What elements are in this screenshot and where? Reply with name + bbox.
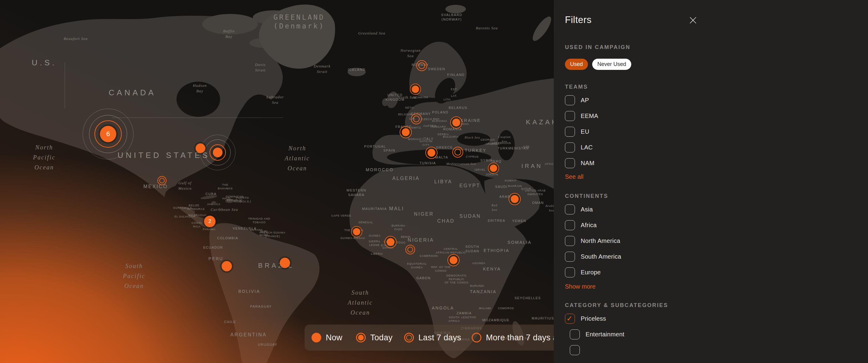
team-checkbox-nam[interactable]: NAM [565, 158, 868, 168]
marker-ring [159, 178, 165, 183]
checkbox [565, 204, 575, 214]
marker-ring [406, 335, 412, 341]
legend-item-today: Today [355, 325, 393, 351]
marker-core [358, 335, 364, 341]
marker-core [195, 143, 205, 153]
checkbox-label: Asia [581, 206, 593, 213]
legend-label: Now [326, 333, 342, 342]
marker-ring [472, 333, 482, 342]
checkbox [570, 345, 580, 355]
campaign-pill-never-used[interactable]: Never Used [592, 59, 631, 70]
legend-label: Last 7 days [418, 333, 461, 342]
campaign-pill-used[interactable]: Used [565, 59, 588, 70]
marker-core [511, 195, 519, 203]
teams-checkbox-list: APEEMAEULACNAM [565, 95, 868, 168]
continent-checkbox-north-america[interactable]: North America [565, 236, 868, 246]
campaign-toggle-group: UsedNever Used [565, 59, 868, 70]
legend-last7-icon [404, 332, 414, 343]
marker-core [386, 238, 395, 246]
marker-ring [455, 149, 461, 156]
subcategory-checkbox-partial[interactable] [570, 345, 868, 355]
marker-ring [413, 116, 420, 122]
app-root: { "colors": { "accent_orange": "#E8601C"… [0, 0, 868, 363]
marker-core [280, 258, 290, 268]
subcategory-checkbox-entertainment[interactable]: Entertainment [570, 329, 868, 339]
close-icon[interactable] [688, 16, 698, 25]
checkbox-label: LAC [581, 144, 593, 151]
show-more-link[interactable]: Show more [565, 283, 595, 290]
marker-core [312, 333, 321, 342]
category-checkbox-priceless[interactable]: Priceless [565, 314, 868, 324]
checkbox [565, 95, 575, 105]
checkbox [565, 158, 575, 168]
team-checkbox-lac[interactable]: LAC [565, 142, 868, 153]
marker-ring [418, 62, 425, 69]
marker-core [222, 261, 232, 271]
checkbox-label: South America [581, 253, 621, 260]
category-section-header: CATEGORY & SUBCATEGORIES [565, 302, 868, 308]
marker-count: 2 [204, 216, 216, 228]
filters-panel: Filters USED IN CAMPAIGN UsedNever Used … [554, 0, 868, 363]
continent-checkbox-africa[interactable]: Africa [565, 220, 868, 230]
teams-section-header: TEAMS [565, 84, 868, 90]
continents-checkbox-list: AsiaAfricaNorth AmericaSouth AmericaEuro… [565, 204, 868, 277]
continent-checkbox-asia[interactable]: Asia [565, 204, 868, 214]
marker-core [213, 147, 222, 157]
legend-item-older: More than 7 days ago [471, 325, 567, 351]
marker-core [402, 128, 410, 136]
panel-title: Filters [565, 14, 868, 25]
checkbox-label: Priceless [581, 315, 606, 322]
checkbox [565, 142, 575, 153]
checkbox-label: NAM [581, 160, 594, 167]
checkbox-label: EU [581, 128, 589, 135]
marker-core [353, 228, 360, 235]
checkbox [565, 252, 575, 262]
team-checkbox-eu[interactable]: EU [565, 127, 868, 137]
legend-now-icon [311, 332, 322, 343]
legend-label: Today [370, 333, 393, 342]
see-all-link[interactable]: See all [565, 173, 583, 180]
checkbox [565, 267, 575, 277]
checkbox-label: Africa [581, 222, 597, 229]
marker-core [490, 165, 497, 172]
checkbox-label: North America [581, 237, 620, 244]
checkbox [565, 127, 575, 137]
checkbox [565, 220, 575, 230]
continent-checkbox-south-america[interactable]: South America [565, 252, 868, 262]
checkbox [570, 329, 580, 339]
legend-item-last7: Last 7 days [404, 325, 461, 351]
continents-section-header: CONTINENTS [565, 193, 868, 199]
marker-core [412, 86, 419, 93]
map-legend: NowTodayLast 7 daysMore than 7 days ago [305, 325, 563, 351]
legend-item-now: Now [311, 325, 342, 351]
legend-today-icon [355, 332, 366, 343]
team-checkbox-eema[interactable]: EEMA [565, 111, 868, 121]
marker-core [450, 256, 458, 264]
checkbox-label: EEMA [581, 112, 598, 120]
marker-core [428, 149, 435, 157]
team-checkbox-ap[interactable]: AP [565, 95, 868, 105]
continent-checkbox-europe[interactable]: Europe [565, 267, 868, 277]
checkbox [565, 236, 575, 246]
legend-older-icon [471, 332, 482, 343]
category-checkbox-list: PricelessEntertainment [565, 314, 868, 355]
campaign-section-header: USED IN CAMPAIGN [565, 44, 868, 51]
marker-core [452, 119, 460, 127]
marker-count: 6 [102, 128, 114, 140]
checkbox [565, 111, 575, 121]
checkbox-checked [565, 314, 575, 324]
checkbox-label: Europe [581, 269, 601, 276]
checkbox-label: AP [581, 97, 589, 104]
checkbox-label: Entertainment [586, 331, 624, 338]
marker-ring [407, 247, 413, 253]
